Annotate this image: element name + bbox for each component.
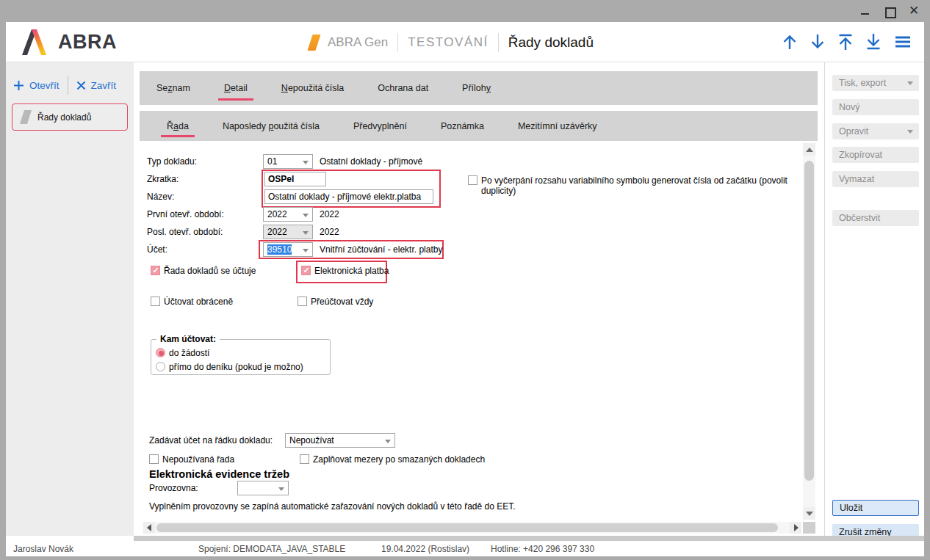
app-window: ABRA ABRA Gen TESTOVÁNÍ Řady dokladů bbox=[6, 22, 924, 556]
subtab-rada[interactable]: Řada bbox=[167, 121, 189, 131]
sidebar-item-rady-dokladu[interactable]: Řady dokladů bbox=[12, 103, 128, 131]
uctovat-obracene-label: Účtovat obráceně bbox=[164, 297, 233, 307]
status-bar: Jaroslav Novák Spojení: DEMODATA_JAVA_ST… bbox=[6, 541, 924, 556]
typ-dokladu-description: Ostatní doklady - příjmové bbox=[320, 154, 422, 169]
plus-icon bbox=[13, 80, 24, 91]
prvni-obdobi-combo[interactable]: 2022 bbox=[263, 207, 313, 222]
subtab-naposledy-pouzita-cisla[interactable]: Naposledy použitá čísla bbox=[223, 121, 320, 131]
preuctovat-vzdy-checkbox[interactable] bbox=[298, 297, 307, 306]
menu-icon[interactable] bbox=[893, 32, 912, 51]
save-button[interactable]: Uložit bbox=[832, 500, 919, 516]
zaplnovat-mezery-checkbox[interactable] bbox=[300, 454, 309, 464]
document-series-icon bbox=[20, 110, 32, 124]
copy-button[interactable]: Zkopírovat bbox=[832, 147, 919, 163]
app-header: ABRA ABRA Gen TESTOVÁNÍ Řady dokladů bbox=[6, 22, 924, 62]
close-tab-button-label: Zavřít bbox=[91, 80, 117, 91]
horizontal-scrollbar-thumb[interactable] bbox=[156, 523, 778, 532]
elektronicka-platba-label: Elektronická platba bbox=[314, 266, 389, 276]
dropdown-arrow-icon bbox=[907, 81, 913, 85]
delete-button[interactable]: Vymazat bbox=[832, 171, 919, 187]
posl-obdobi-combo[interactable]: 2022 bbox=[263, 225, 313, 239]
generovat-od-zacatku-label: Po vyčerpání rozsahu variabilního symbol… bbox=[481, 175, 818, 186]
preuctovat-vzdy-label: Přeúčtovat vždy bbox=[311, 297, 373, 307]
edit-button[interactable]: Opravit bbox=[832, 123, 919, 139]
scroll-right-icon[interactable] bbox=[790, 522, 801, 534]
open-button[interactable]: Otevřít bbox=[13, 80, 60, 91]
tab-nepouzita-cisla[interactable]: Nepoužitá čísla bbox=[281, 83, 344, 93]
abra-logo-mark bbox=[22, 29, 51, 55]
nazev-label: Název: bbox=[147, 189, 174, 204]
nepouzivana-rada-checkbox[interactable] bbox=[149, 454, 159, 464]
typ-dokladu-label: Typ dokladu: bbox=[147, 154, 197, 169]
status-user: Jaroslav Novák bbox=[13, 543, 73, 555]
tab-seznam[interactable]: Seznam bbox=[156, 83, 190, 93]
generovat-od-zacatku-checkbox[interactable] bbox=[468, 175, 477, 185]
dropdown-arrow-icon bbox=[303, 249, 309, 252]
eet-heading: Elektronická evidence tržeb bbox=[149, 468, 289, 480]
primo-do-deniku-label: přímo do deníku (pokud je možno) bbox=[169, 362, 303, 372]
maximize-icon[interactable] bbox=[884, 5, 895, 17]
kam-uctovat-legend: Kam účtovat: bbox=[156, 334, 220, 344]
breadcrumb: ABRA Gen TESTOVÁNÍ Řady dokladů bbox=[310, 22, 594, 62]
scroll-left-icon[interactable] bbox=[143, 522, 155, 534]
window-titlebar: ✕ bbox=[0, 0, 930, 22]
print-export-button[interactable]: Tisk, export bbox=[832, 75, 919, 91]
nav-down-icon[interactable] bbox=[810, 32, 826, 51]
dropdown-arrow-icon bbox=[907, 130, 913, 134]
refresh-button[interactable]: Občerstvit bbox=[832, 210, 919, 226]
close-x-icon bbox=[76, 81, 86, 90]
uctovat-obracene-checkbox[interactable] bbox=[151, 297, 160, 306]
posl-obdobi-label: Posl. otevř. období: bbox=[147, 225, 223, 239]
environment-label: TESTOVÁNÍ bbox=[408, 35, 489, 50]
zkratka-label: Zkratka: bbox=[147, 172, 179, 186]
dropdown-arrow-icon bbox=[303, 214, 309, 217]
nav-up-icon[interactable] bbox=[782, 32, 798, 51]
left-sidebar: Otevřít Zavřít Řady dokladů bbox=[6, 62, 134, 536]
typ-dokladu-combo[interactable]: 01 bbox=[263, 154, 313, 169]
primo-do-deniku-radio[interactable] bbox=[156, 362, 165, 371]
scrollbar-corner bbox=[803, 522, 815, 534]
nazev-input[interactable] bbox=[264, 189, 433, 204]
elektronicka-platba-checkbox[interactable] bbox=[301, 266, 311, 275]
zkratka-input[interactable] bbox=[264, 172, 326, 186]
close-tab-button[interactable]: Zavřít bbox=[76, 80, 117, 91]
vertical-scrollbar-thumb[interactable] bbox=[804, 161, 814, 481]
tab-prilohy[interactable]: Přílohy bbox=[462, 83, 491, 93]
provozovna-combo[interactable] bbox=[237, 481, 289, 495]
open-button-label: Otevřít bbox=[29, 80, 60, 91]
nepouzivana-rada-label: Nepoužívaná řada bbox=[162, 454, 234, 465]
tab-detail[interactable]: Detail bbox=[224, 83, 248, 93]
app-name: ABRA Gen bbox=[328, 35, 388, 50]
prvni-obdobi-label: První otevř. období: bbox=[147, 207, 224, 222]
main-area: Seznam Detail Nepoužitá čísla Ochrana da… bbox=[134, 62, 824, 536]
close-icon[interactable]: ✕ bbox=[908, 5, 920, 17]
horizontal-scrollbar bbox=[143, 522, 801, 534]
scroll-up-icon[interactable] bbox=[803, 143, 815, 156]
logo-text: ABRA bbox=[58, 31, 117, 54]
right-panel: Tisk, export Nový Opravit Zkopírovat Vym… bbox=[824, 62, 924, 536]
dropdown-arrow-icon bbox=[303, 161, 309, 164]
sub-tabbar: Řada Naposledy použitá čísla Předvyplněn… bbox=[140, 111, 818, 141]
subtab-predvyplneni[interactable]: Předvyplnění bbox=[353, 121, 407, 131]
do-zadosti-radio[interactable] bbox=[156, 348, 165, 357]
zadavat-ucet-combo[interactable]: Nepoužívat bbox=[285, 433, 395, 448]
rada-se-uctuje-checkbox[interactable] bbox=[151, 266, 160, 275]
status-hotline: Hotline: +420 296 397 330 bbox=[491, 543, 594, 555]
subtab-poznamka[interactable]: Poznámka bbox=[441, 121, 484, 131]
nav-last-icon[interactable] bbox=[865, 32, 882, 51]
scroll-down-icon[interactable] bbox=[803, 507, 815, 520]
tab-ochrana-dat[interactable]: Ochrana dat bbox=[378, 83, 428, 93]
subtab-mezitimni-uzaverky[interactable]: Mezitímní uzávěrky bbox=[518, 121, 597, 131]
sidebar-item-label: Řady dokladů bbox=[37, 112, 91, 123]
main-tabbar: Seznam Detail Nepoužitá čísla Ochrana da… bbox=[140, 71, 818, 105]
new-button[interactable]: Nový bbox=[832, 99, 919, 115]
ucet-combo[interactable]: 39510 bbox=[263, 242, 313, 257]
prvni-obdobi-description: 2022 bbox=[320, 207, 339, 222]
abra-logo: ABRA bbox=[22, 29, 117, 55]
minimize-icon[interactable] bbox=[859, 5, 871, 17]
breadcrumb-separator bbox=[498, 33, 499, 52]
divider bbox=[68, 76, 68, 95]
nav-first-icon[interactable] bbox=[837, 32, 854, 51]
page-title: Řady dokladů bbox=[508, 34, 594, 51]
dropdown-arrow-icon bbox=[278, 487, 284, 491]
